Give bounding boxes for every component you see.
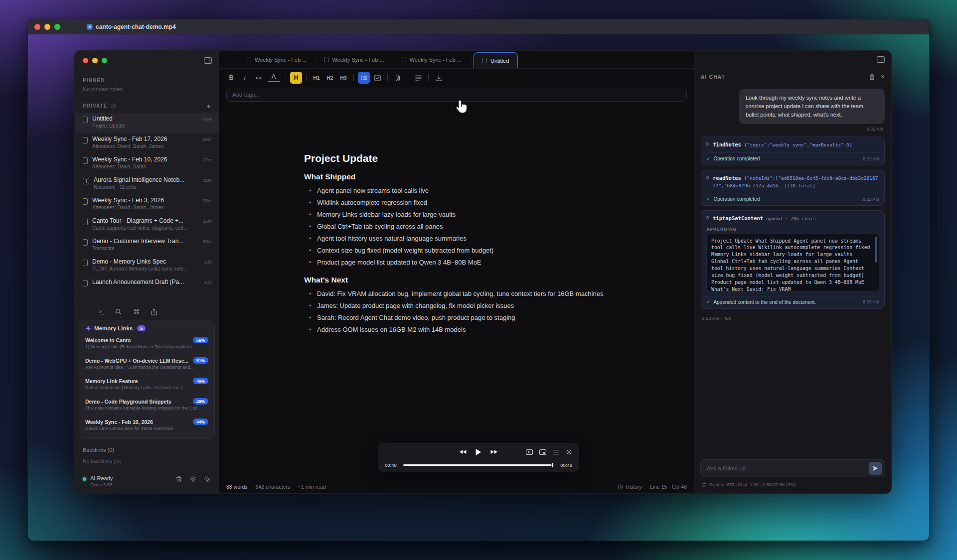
video-player-controls[interactable]: 00:48 00:48: [378, 443, 579, 472]
app-zoom-button[interactable]: [102, 58, 107, 63]
note-list-item[interactable]: Demo - Customer Interview Tran... Transc…: [75, 235, 219, 256]
app-minimize-button[interactable]: [92, 58, 98, 63]
progress-bar[interactable]: [403, 464, 554, 466]
doc-bullet[interactable]: Wikilink autocomplete regression fixed: [304, 197, 623, 209]
tab-weekly-sync-3[interactable]: Weekly Sync - Feb ...: [393, 51, 471, 68]
doc-bullet[interactable]: Agent tool history uses natural-language…: [304, 233, 623, 245]
tool-call-card-findnotes[interactable]: findNotes {"topic":"weekly sync","maxRes…: [701, 137, 885, 165]
frame-advance-icon[interactable]: [526, 449, 533, 455]
doc-bullet[interactable]: Address OOM issues on 16GB M2 with 14B m…: [304, 324, 623, 336]
send-button[interactable]: [869, 462, 882, 475]
add-note-button[interactable]: +: [206, 102, 211, 110]
memory-link-item[interactable]: Weekly Sync - Feb 10, 2026 44% David: tu…: [79, 416, 214, 436]
pip-icon[interactable]: [539, 449, 546, 455]
tab-weekly-sync-2[interactable]: Weekly Sync - Feb ...: [316, 51, 393, 68]
private-section-label: PRIVATE: [83, 103, 108, 109]
shortcuts-icon[interactable]: ⌘: [133, 308, 140, 315]
memory-link-item[interactable]: Welcome to Canto 56% 1) Memory Links (Re…: [79, 334, 214, 355]
doc-bullet[interactable]: Agent panel now streams tool calls live: [304, 185, 623, 197]
tab-label: Weekly Sync - Feb ...: [255, 57, 307, 63]
close-window-button[interactable]: [34, 24, 40, 30]
doc-bullet[interactable]: Context size bug fixed (model weight sub…: [304, 245, 623, 257]
note-subtitle: Transcript: [92, 246, 198, 251]
sidebar-toggle-icon[interactable]: [204, 57, 212, 64]
minimize-window-button[interactable]: [44, 24, 50, 30]
align-button[interactable]: [412, 72, 424, 84]
app-close-button[interactable]: [83, 58, 88, 63]
share-icon[interactable]: [151, 308, 157, 315]
playhead-handle[interactable]: [552, 463, 554, 467]
chapters-icon[interactable]: [553, 449, 559, 455]
tab-untitled-active[interactable]: Untitled: [474, 52, 518, 68]
refresh-icon[interactable]: [701, 482, 706, 487]
player-settings-icon[interactable]: [566, 449, 572, 455]
doc-heading-whats-next[interactable]: What's Next: [304, 276, 674, 284]
italic-button[interactable]: I: [239, 72, 251, 84]
memory-link-item[interactable]: Demo - WebGPU + On-device LLM Rese... 51…: [79, 355, 214, 375]
highlight-button[interactable]: H: [290, 72, 302, 84]
search-icon[interactable]: [115, 308, 122, 315]
zoom-window-button[interactable]: [54, 24, 60, 30]
tool-name: readNotes: [713, 175, 741, 181]
note-list-item[interactable]: Demo - Memory Links Spec TL;DR: Aurora's…: [75, 256, 219, 276]
chat-message-list[interactable]: Look through my weekly sync notes and wr…: [694, 85, 891, 455]
appended-content-preview[interactable]: Project Update What Shipped Agent panel …: [706, 234, 879, 291]
doc-title[interactable]: Project Update: [304, 152, 674, 164]
theme-sun-icon[interactable]: [204, 476, 211, 483]
doc-bullet[interactable]: Product page model list updated to Qwen …: [304, 257, 623, 269]
rewind-icon[interactable]: [459, 449, 467, 454]
close-chat-icon[interactable]: ×: [881, 73, 885, 80]
task-list-button[interactable]: [371, 72, 383, 84]
doc-bullet[interactable]: David: Fix VRAM allocation bug, implemen…: [304, 288, 623, 300]
video-content[interactable]: PINNED No pinned notes PRIVATE 29 + Unti…: [28, 34, 929, 541]
note-list-item[interactable]: Weekly Sync - Feb 17, 2026 Attendees: Da…: [75, 133, 219, 153]
memory-link-title: Welcome to Canto: [85, 337, 189, 343]
note-title: Canto Tour - Diagrams + Code +...: [92, 217, 198, 224]
text-color-button[interactable]: A: [268, 73, 280, 82]
attachment-paperclip-button[interactable]: [392, 72, 404, 84]
doc-bullet[interactable]: Memory Links sidebar lazy-loads for larg…: [304, 209, 623, 221]
note-list-item[interactable]: Launch Announcement Draft (Pa... 11h: [75, 276, 219, 296]
note-title: Weekly Sync - Feb 10, 2026: [92, 156, 198, 163]
user-message-bubble: Look through my weekly sync notes and wr…: [739, 89, 885, 124]
clear-chat-trash-icon[interactable]: [869, 74, 875, 80]
doc-bullet[interactable]: James: Update product page with changelo…: [304, 300, 623, 312]
note-list-item[interactable]: Weekly Sync - Feb 3, 2026 Attendees: Dav…: [75, 194, 219, 215]
tab-weekly-sync-1[interactable]: Weekly Sync - Feb ...: [238, 51, 316, 68]
history-button[interactable]: History: [618, 484, 642, 490]
doc-bullet[interactable]: Sarah: Record Agent Chat demo video, pus…: [304, 312, 623, 324]
memory-links-header[interactable]: Memory Links 5: [79, 323, 214, 334]
note-list-item[interactable]: Canto Tour - Diagrams + Code +... Canto …: [75, 215, 219, 235]
sidebar-note-list[interactable]: PINNED No pinned notes PRIVATE 29 + Unti…: [75, 70, 219, 303]
export-button[interactable]: [433, 72, 445, 84]
tool-args: {"topic":"weekly sync","maxResults":5}: [744, 142, 852, 147]
heading2-button[interactable]: H2: [324, 72, 336, 84]
chat-followup-input[interactable]: [707, 465, 865, 471]
trash-icon[interactable]: [176, 476, 182, 483]
note-editor-content[interactable]: Project Update What Shipped Agent panel …: [219, 107, 694, 480]
note-title: Aurora Signal Intelligence Noteb...: [94, 176, 198, 183]
note-list-item[interactable]: Untitled Project Update now: [75, 113, 219, 133]
code-scrollbar[interactable]: [875, 237, 877, 263]
doc-heading-what-shipped[interactable]: What Shipped: [304, 172, 674, 181]
command-palette-icon[interactable]: >_: [99, 309, 104, 314]
note-list-item[interactable]: Weekly Sync - Feb 10, 2026 Attendees: Da…: [75, 153, 219, 174]
fast-forward-icon[interactable]: [490, 449, 498, 454]
doc-bullet[interactable]: Global Ctrl+Tab tab cycling across all p…: [304, 221, 623, 233]
tags-input[interactable]: [226, 88, 687, 102]
settings-gear-icon[interactable]: [189, 476, 196, 483]
heading3-button[interactable]: H3: [337, 72, 349, 84]
tool-call-card-tiptapsetcontent[interactable]: tiptapSetContent append · 786 chars APPE…: [701, 210, 885, 308]
backlinks-header[interactable]: Backlinks (0): [83, 447, 211, 453]
bullet-list-button[interactable]: [358, 72, 370, 84]
heading1-button[interactable]: H1: [311, 72, 322, 84]
note-list-item[interactable]: Aurora Signal Intelligence Noteb... Note…: [75, 174, 219, 194]
bold-button[interactable]: B: [225, 72, 237, 84]
memory-link-item[interactable]: Memory Link Feature 46% Define feature s…: [79, 375, 214, 396]
window-titlebar[interactable]: canto-agent-chat-demo.mp4: [28, 19, 929, 34]
inline-code-button[interactable]: <>: [252, 72, 264, 84]
tool-call-card-readnotes[interactable]: readNotes {"noteIds":["ed8510aa-6c45-4dc…: [701, 170, 885, 206]
play-icon[interactable]: [476, 448, 482, 456]
panel-toggle-icon[interactable]: [877, 56, 885, 63]
memory-link-item[interactable]: Demo - Code Playground Snippets 45% This…: [79, 396, 214, 416]
